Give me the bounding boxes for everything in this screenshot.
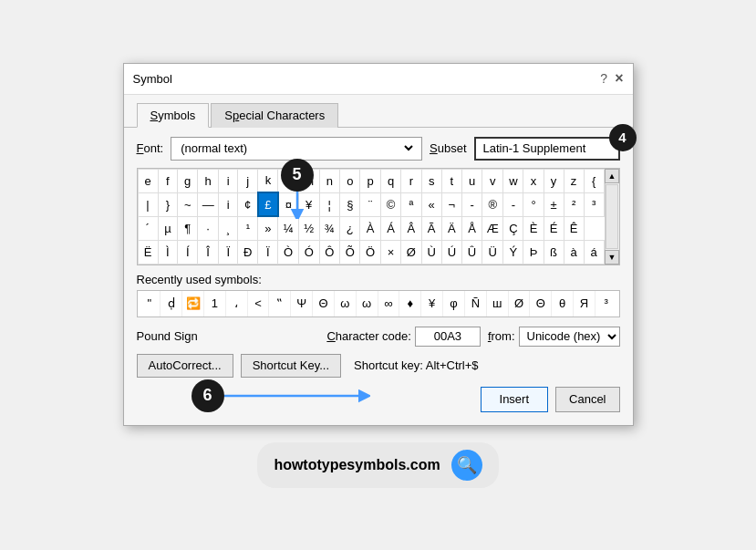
symbol-cell[interactable]: ² — [564, 192, 584, 216]
symbol-cell[interactable]: Æ — [482, 216, 503, 240]
symbol-cell[interactable]: Õ — [340, 240, 360, 264]
symbol-cell[interactable]: { — [584, 169, 604, 192]
symbol-cell[interactable]: q — [380, 169, 400, 192]
char-code-input[interactable] — [415, 327, 481, 347]
recent-char[interactable]: ω — [357, 291, 378, 317]
symbol-cell[interactable]: ¨ — [360, 192, 380, 216]
symbol-cell[interactable]: Ò — [278, 240, 299, 264]
symbol-cell[interactable]: Ù — [421, 240, 441, 264]
symbol-cell[interactable]: y — [544, 169, 564, 192]
symbol-cell[interactable]: Ø — [401, 240, 421, 264]
symbol-cell[interactable]: À — [360, 216, 380, 240]
symbol-cell[interactable]: - — [503, 192, 523, 216]
recent-char[interactable]: φ — [443, 291, 465, 317]
tab-symbols[interactable]: Symbols — [137, 103, 210, 128]
symbol-cell[interactable]: ß — [544, 240, 564, 264]
symbol-cell[interactable]: v — [482, 169, 503, 192]
tab-special-characters[interactable]: Special Characters — [211, 103, 338, 128]
symbol-cell[interactable]: ¹ — [238, 216, 258, 240]
recent-char[interactable]: < — [248, 291, 270, 317]
symbol-cell[interactable]: s — [421, 169, 441, 192]
symbol-cell[interactable]: § — [340, 192, 360, 216]
recent-char[interactable]: ♦ — [399, 291, 421, 317]
symbol-cell[interactable]: g — [178, 169, 198, 192]
symbol-cell[interactable]: · — [198, 216, 219, 240]
symbol-cell[interactable]: Ö — [360, 240, 380, 264]
symbol-cell[interactable]: f — [158, 169, 178, 192]
recent-char[interactable]: ω — [335, 291, 357, 317]
symbol-cell-selected[interactable]: £ — [258, 192, 278, 216]
symbol-cell[interactable]: n — [319, 169, 340, 192]
symbol-cell[interactable]: — — [198, 192, 219, 216]
symbol-cell[interactable]: Å — [461, 216, 482, 240]
symbol-cell[interactable]: Â — [401, 216, 421, 240]
symbol-cell[interactable]: z — [564, 169, 584, 192]
close-button[interactable]: × — [615, 70, 623, 87]
symbol-cell[interactable]: - — [461, 192, 482, 216]
recent-char[interactable]: ¥ — [421, 291, 443, 317]
symbol-cell[interactable]: « — [421, 192, 441, 216]
symbol-cell[interactable]: i — [219, 169, 238, 192]
symbol-cell[interactable]: Ó — [298, 240, 319, 264]
help-button[interactable]: ? — [600, 71, 607, 86]
recent-char[interactable]: ш — [487, 291, 509, 317]
symbol-cell[interactable]: Ï — [258, 240, 278, 264]
recent-char[interactable]: ‟ — [269, 291, 291, 317]
symbol-cell[interactable]: ~ — [178, 192, 198, 216]
symbol-cell[interactable]: ¼ — [278, 216, 299, 240]
from-select[interactable]: Unicode (hex) — [519, 327, 620, 347]
symbol-cell[interactable]: ³ — [584, 192, 604, 216]
symbol-cell[interactable]: Ì — [158, 240, 178, 264]
symbol-cell[interactable]: ª — [401, 192, 421, 216]
symbol-cell[interactable]: t — [441, 169, 461, 192]
symbol-cell[interactable]: Ç — [503, 216, 523, 240]
recent-char[interactable]: ، — [226, 291, 248, 317]
symbol-cell[interactable]: e — [138, 169, 158, 192]
symbol-cell[interactable]: Î — [198, 240, 219, 264]
symbol-cell[interactable]: © — [380, 192, 400, 216]
symbol-cell[interactable]: ½ — [298, 216, 319, 240]
symbol-cell[interactable]: ¦ — [319, 192, 340, 216]
symbol-cell[interactable]: Á — [380, 216, 400, 240]
symbol-cell[interactable]: × — [380, 240, 400, 264]
symbol-cell[interactable]: È — [523, 216, 544, 240]
symbol-cell[interactable]: p — [360, 169, 380, 192]
symbol-cell[interactable]: Ê — [564, 216, 584, 240]
scrollbar[interactable]: ▲ ▼ — [605, 169, 619, 265]
symbol-cell[interactable]: Í — [178, 240, 198, 264]
symbol-cell[interactable]: ¢ — [238, 192, 258, 216]
recent-char[interactable]: " — [140, 291, 161, 317]
symbol-cell[interactable]: Ä — [441, 216, 461, 240]
insert-button[interactable]: Insert — [481, 387, 549, 412]
font-dropdown[interactable]: (normal text) — [177, 140, 416, 156]
symbol-cell[interactable]: k — [258, 169, 278, 192]
recent-char[interactable]: Я — [574, 291, 595, 317]
symbol-cell[interactable]: µ — [158, 216, 178, 240]
shortcut-key-button[interactable]: Shortcut Key... — [241, 354, 341, 378]
recent-char[interactable]: Ψ — [291, 291, 313, 317]
symbol-cell[interactable]: o — [340, 169, 360, 192]
symbol-cell[interactable]: j — [238, 169, 258, 192]
font-select[interactable]: (normal text) — [171, 137, 422, 161]
symbol-cell[interactable]: Ð — [238, 240, 258, 264]
recent-char[interactable]: Ñ — [465, 291, 487, 317]
symbol-cell[interactable]: Ë — [138, 240, 158, 264]
symbol-cell[interactable]: à — [564, 240, 584, 264]
scroll-track[interactable] — [606, 184, 618, 249]
recent-char[interactable]: ³ — [595, 291, 617, 317]
scroll-up-button[interactable]: ▲ — [605, 169, 619, 183]
symbol-cell[interactable]: á — [584, 240, 604, 264]
recent-char[interactable]: ∞ — [378, 291, 400, 317]
symbol-cell[interactable]: Û — [461, 240, 482, 264]
scroll-down-button[interactable]: ▼ — [605, 250, 619, 265]
symbol-cell[interactable]: ¸ — [219, 216, 238, 240]
recent-char[interactable]: Ø — [509, 291, 531, 317]
symbol-cell[interactable]: ´ — [138, 216, 158, 240]
symbol-cell[interactable]: w — [503, 169, 523, 192]
symbol-cell[interactable]: ° — [523, 192, 544, 216]
symbol-cell[interactable]: » — [258, 216, 278, 240]
recent-char[interactable]: Θ — [313, 291, 335, 317]
symbol-cell[interactable]: Þ — [523, 240, 544, 264]
symbol-cell[interactable]: ¿ — [340, 216, 360, 240]
recent-char[interactable]: 1 — [204, 291, 226, 317]
